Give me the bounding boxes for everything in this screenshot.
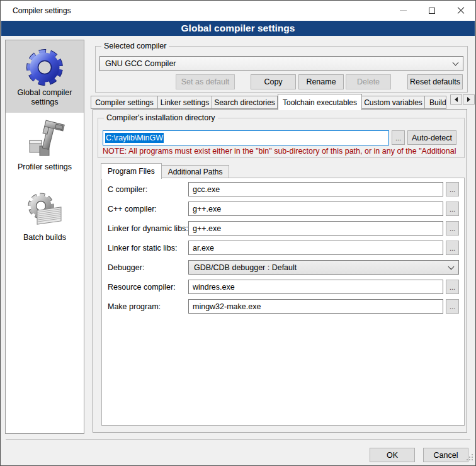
- caliper-icon: [25, 119, 65, 159]
- field-label: Linker for dynamic libs:: [108, 224, 188, 233]
- group-label: Selected compiler: [101, 42, 169, 50]
- gray-gear-stack-icon: [25, 190, 65, 230]
- selected-compiler-group: Selected compiler GNU GCC Compiler Set a…: [95, 46, 468, 93]
- page-title: Global compiler settings: [1, 21, 475, 36]
- field-row-resource-compiler: Resource compiler: ...: [108, 280, 459, 294]
- blue-gear-icon: [25, 47, 65, 87]
- arrow-right-icon: [467, 97, 470, 102]
- set-as-default-button[interactable]: Set as default: [176, 74, 235, 89]
- tab-program-files[interactable]: Program Files: [101, 163, 162, 179]
- selected-compiler-value: GNU GCC Compiler: [105, 59, 453, 68]
- settings-tab-bar: Compiler settings Linker settings Search…: [91, 94, 446, 109]
- debugger-value: GDB/CDB debugger : Default: [194, 263, 449, 272]
- field-row-cpp-compiler: C++ compiler: ...: [108, 202, 459, 216]
- tab-scroll-right-button[interactable]: [463, 94, 475, 105]
- static-linker-input[interactable]: [188, 241, 443, 255]
- sidebar-item-label: Profiler settings: [11, 162, 78, 172]
- tab-compiler-settings[interactable]: Compiler settings: [91, 96, 158, 109]
- ok-button[interactable]: OK: [370, 448, 415, 462]
- debugger-select[interactable]: GDB/CDB debugger : Default: [188, 260, 459, 275]
- sidebar-item-global-compiler-settings[interactable]: Global compiler settings: [6, 40, 84, 113]
- browse-static-linker-button[interactable]: ...: [446, 241, 459, 255]
- rename-button[interactable]: Rename: [298, 74, 344, 89]
- sidebar-item-label: Batch builds: [11, 233, 78, 242]
- program-files-panel: C compiler: ... C++ compiler: ... Linker…: [101, 178, 465, 426]
- field-row-c-compiler: C compiler: ...: [108, 182, 459, 196]
- resize-grip-icon: [465, 453, 473, 461]
- copy-button[interactable]: Copy: [251, 74, 296, 89]
- resource-compiler-input[interactable]: [188, 280, 443, 294]
- sidebar-item-batch-builds[interactable]: Batch builds: [6, 183, 84, 260]
- auto-detect-button[interactable]: Auto-detect: [407, 130, 456, 145]
- toolchain-executables-panel: Compiler's installation directory C:\ray…: [93, 109, 467, 433]
- settings-category-list: Global compiler settings: [5, 40, 84, 434]
- close-icon: [457, 7, 465, 14]
- tab-search-directories[interactable]: Search directories: [212, 96, 278, 109]
- c-compiler-input[interactable]: [188, 182, 443, 196]
- dynamic-linker-input[interactable]: [188, 221, 443, 236]
- reset-defaults-button[interactable]: Reset defaults: [407, 74, 463, 89]
- field-row-make-program: Make program: ...: [108, 299, 459, 314]
- selected-compiler-combobox[interactable]: GNU GCC Compiler: [99, 56, 463, 71]
- sidebar-item-profiler-settings[interactable]: Profiler settings: [6, 113, 84, 183]
- window-title: Compiler settings: [13, 6, 71, 15]
- program-files-tab-bar: Program Files Additional Paths: [101, 162, 229, 178]
- tab-toolchain-executables[interactable]: Toolchain executables: [278, 94, 362, 110]
- chevron-down-icon: [453, 60, 459, 66]
- field-row-dynamic-linker: Linker for dynamic libs: ...: [108, 221, 459, 236]
- field-label: Linker for static libs:: [108, 244, 188, 253]
- field-label: Make program:: [108, 302, 188, 311]
- field-label: C compiler:: [108, 185, 188, 194]
- minimize-icon: [400, 10, 407, 11]
- field-label: Resource compiler:: [108, 283, 188, 292]
- title-bar[interactable]: Compiler settings: [1, 1, 475, 21]
- field-row-debugger: Debugger: GDB/CDB debugger : Default: [108, 260, 459, 275]
- browse-dynamic-linker-button[interactable]: ...: [446, 221, 459, 236]
- cancel-button[interactable]: Cancel: [423, 448, 468, 462]
- installation-directory-value: C:\raylib\MinGW: [105, 133, 164, 143]
- footer-separator: [6, 440, 470, 440]
- minimize-button[interactable]: [388, 1, 417, 20]
- installation-directory-input[interactable]: C:\raylib\MinGW: [103, 130, 389, 145]
- field-label: Debugger:: [108, 263, 188, 272]
- close-button[interactable]: [446, 1, 475, 20]
- compiler-settings-dialog: Compiler settings Global compiler settin…: [0, 0, 476, 466]
- installation-directory-group: Compiler's installation directory C:\ray…: [98, 118, 465, 158]
- browse-directory-button[interactable]: ...: [392, 130, 405, 145]
- browse-c-compiler-button[interactable]: ...: [446, 182, 459, 196]
- maximize-icon: [429, 8, 435, 14]
- tab-build-options-clipped[interactable]: Build: [425, 96, 446, 109]
- field-row-static-linker: Linker for static libs: ...: [108, 241, 459, 255]
- browse-cpp-compiler-button[interactable]: ...: [446, 202, 459, 216]
- resize-grip[interactable]: [465, 452, 473, 463]
- arrow-left-icon: [455, 97, 458, 102]
- chevron-down-icon: [448, 263, 455, 270]
- tab-linker-settings[interactable]: Linker settings: [158, 96, 212, 109]
- cpp-compiler-input[interactable]: [188, 202, 443, 216]
- maximize-button[interactable]: [417, 1, 446, 20]
- make-program-input[interactable]: [188, 299, 443, 314]
- field-label: C++ compiler:: [108, 205, 188, 213]
- tab-additional-paths[interactable]: Additional Paths: [162, 165, 230, 178]
- browse-make-program-button[interactable]: ...: [446, 299, 459, 314]
- tab-custom-variables[interactable]: Custom variables: [362, 96, 425, 109]
- bin-subdirectory-note: NOTE: All programs must exist either in …: [103, 147, 461, 156]
- sidebar-item-label: Global compiler settings: [11, 88, 78, 107]
- group-label: Compiler's installation directory: [104, 113, 218, 122]
- browse-resource-compiler-button[interactable]: ...: [446, 280, 459, 294]
- tab-scroll-left-button[interactable]: [450, 94, 462, 105]
- delete-button[interactable]: Delete: [346, 74, 391, 89]
